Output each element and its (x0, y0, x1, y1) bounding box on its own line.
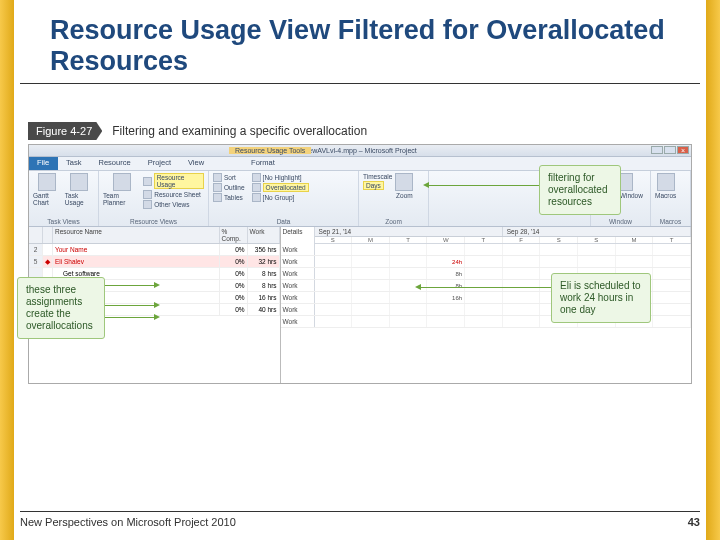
group-zoom: Zoom (363, 218, 424, 225)
callout-filter: filtering for overallocated resources (539, 165, 621, 215)
screenshot-window: Resource Usage Tools NewAVLvl-4.mpp – Mi… (28, 144, 692, 384)
titlebar: Resource Usage Tools NewAVLvl-4.mpp – Mi… (29, 145, 691, 157)
zoom-button[interactable]: Zoom (395, 173, 413, 199)
group-resource-views: Resource Views (103, 218, 204, 225)
table-row[interactable]: 2Your Name0%356 hrs (29, 244, 280, 256)
week-header-2: Sep 28, '14 (503, 227, 691, 236)
team-planner-button[interactable]: Team Planner (103, 173, 140, 206)
callout-eli: Eli is scheduled to work 24 hours in one… (551, 273, 651, 323)
slide-title: Resource Usage View Filtered for Overall… (20, 0, 700, 84)
minimize-icon[interactable] (651, 146, 663, 154)
footer-text: New Perspectives on Microsoft Project 20… (20, 516, 236, 528)
group-dropdown[interactable]: [No Group] (252, 193, 309, 202)
group-data: Data (213, 218, 354, 225)
col-work[interactable]: Work (248, 227, 280, 243)
col-details[interactable]: Details (281, 227, 315, 237)
tool-context-tab: Resource Usage Tools (229, 147, 311, 154)
sort-button[interactable]: Sort (213, 173, 245, 182)
figure-tag: Figure 4-27 (28, 122, 102, 140)
overalloc-cell: 24h (427, 256, 465, 267)
figure-caption: Filtering and examining a specific overa… (112, 124, 367, 138)
group-macros: Macros (655, 218, 686, 225)
tab-file[interactable]: File (29, 157, 58, 170)
col-resource-name[interactable]: Resource Name (53, 227, 220, 243)
tab-project[interactable]: Project (140, 157, 180, 170)
group-window: Window (595, 218, 646, 225)
outline-button[interactable]: Outline (213, 183, 245, 192)
maximize-icon[interactable] (664, 146, 676, 154)
timescale-label: Timescale (363, 173, 392, 180)
tab-format[interactable]: Format (243, 157, 284, 170)
other-views-button[interactable]: Other Views (143, 200, 204, 209)
figure-area: Figure 4-27 Filtering and examining a sp… (28, 122, 692, 384)
footer: New Perspectives on Microsoft Project 20… (20, 511, 700, 528)
week-header-1: Sep 21, '14 (315, 227, 503, 236)
tab-view[interactable]: View (180, 157, 213, 170)
task-usage-button[interactable]: Task Usage (65, 173, 94, 206)
page-number: 43 (688, 516, 700, 528)
highlight-dropdown[interactable]: [No Highlight] (252, 173, 309, 182)
gantt-chart-button[interactable]: Gantt Chart (33, 173, 62, 206)
tab-task[interactable]: Task (58, 157, 90, 170)
tab-resource[interactable]: Resource (91, 157, 140, 170)
callout-assignments: these three assignments create the overa… (17, 277, 105, 339)
window-title: NewAVLvl-4.mpp – Microsoft Project (303, 147, 416, 154)
tables-button[interactable]: Tables (213, 193, 245, 202)
filter-dropdown[interactable]: Overallocated (252, 183, 309, 192)
macros-button[interactable]: Macros (655, 173, 676, 199)
close-icon[interactable]: × (677, 146, 689, 154)
col-pct-comp[interactable]: % Comp. (220, 227, 248, 243)
table-row[interactable]: 5◆Eli Shalev0%32 hrs (29, 256, 280, 268)
group-task-views: Task Views (33, 218, 94, 225)
resource-sheet-button[interactable]: Resource Sheet (143, 190, 204, 199)
resource-usage-button[interactable]: Resource Usage (143, 173, 204, 189)
timescale-dropdown[interactable]: Days (363, 181, 392, 190)
